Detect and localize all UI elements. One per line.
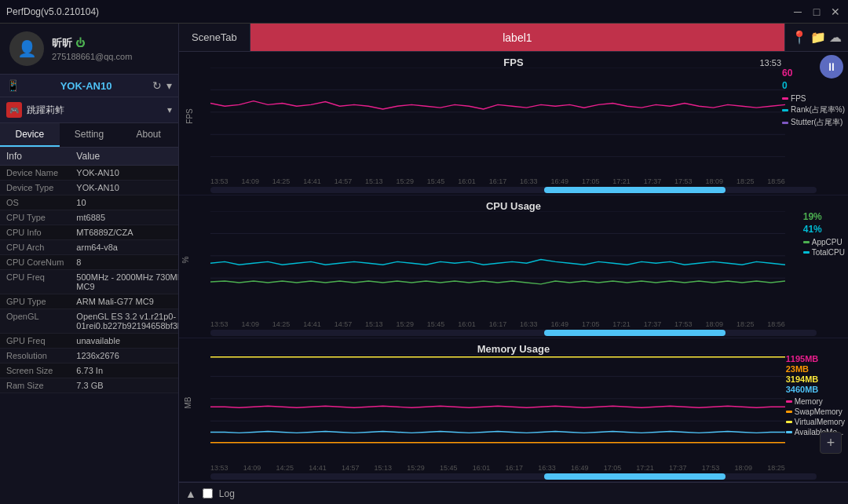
table-cell-value: 500MHz - 2000MHz 730MHz - 2600MHz MC9 xyxy=(70,270,178,294)
table-cell-info: Ram Size xyxy=(0,378,70,393)
memory-scrollbar[interactable] xyxy=(210,473,817,480)
game-name: 跳躍莉鲊 xyxy=(27,104,163,117)
cloud-icon[interactable]: ☁ xyxy=(829,30,842,45)
device-section[interactable]: 📱 YOK-AN10 ↻ ▾ xyxy=(0,75,178,97)
minimize-button[interactable]: ─ xyxy=(791,5,804,18)
table-cell-value: OpenGL ES 3.2 v1.r21p0-01rei0.b227b92194… xyxy=(70,309,178,334)
content-area: SceneTab label1 📍 📁 ☁ 13:53 ⏸ FPS FPS xyxy=(179,24,848,504)
cpu-scrollbar[interactable] xyxy=(210,330,817,336)
location-icon[interactable]: 📍 xyxy=(791,30,807,45)
table-row: Device NameYOK-AN10 xyxy=(0,166,178,181)
table-cell-info: CPU Type xyxy=(0,210,70,225)
cpu-chart-panel: CPU Usage % 100 75 50 25 0 xyxy=(179,195,848,339)
table-cell-value: 6.73 In xyxy=(70,363,178,378)
cpu-scrollbar-thumb[interactable] xyxy=(544,330,726,336)
log-checkbox[interactable] xyxy=(203,488,213,499)
username: 昕昕 ⏻ xyxy=(52,36,169,50)
refresh-icon[interactable]: ↻ xyxy=(152,79,162,92)
cpu-y-label: % xyxy=(181,256,190,263)
table-row: CPU CoreNum8 xyxy=(0,255,178,270)
content-icons: 📍 📁 ☁ xyxy=(784,24,848,51)
table-cell-value: 10 xyxy=(70,195,178,210)
sidebar-tabs: Device Setting About xyxy=(0,123,178,148)
table-cell-info: OpenGL xyxy=(0,309,70,334)
memory-chart-inner: MB 4,000 3,000 2,000 1,000 0 xyxy=(179,338,848,467)
table-cell-info: Screen Size xyxy=(0,363,70,378)
label-area: label1 xyxy=(250,24,784,51)
add-chart-button[interactable]: + xyxy=(820,432,842,454)
info-table: Info Value Device NameYOK-AN10Device Typ… xyxy=(0,148,178,504)
maximize-button[interactable]: □ xyxy=(810,5,823,18)
memory-scrollbar-thumb[interactable] xyxy=(544,473,726,480)
cpu-chart-title: CPU Usage xyxy=(486,200,541,212)
app-title: PerfDog(v5.0.210104) xyxy=(6,6,99,17)
fps-scrollbar-thumb[interactable] xyxy=(544,187,726,193)
table-cell-info: GPU Type xyxy=(0,294,70,309)
fps-chart-inner: FPS 100 75 50 25 0 xyxy=(179,52,848,181)
fps-legend-rank: Rank(占尾率%) xyxy=(782,104,845,115)
table-cell-info: CPU Arch xyxy=(0,240,70,255)
table-cell-value: 8 xyxy=(70,255,178,270)
titlebar: PerfDog(v5.0.210104) ─ □ ✕ xyxy=(0,0,848,24)
device-dropdown-icon[interactable]: ▾ xyxy=(166,79,172,92)
table-cell-info: CPU Info xyxy=(0,225,70,240)
tab-device[interactable]: Device xyxy=(0,123,60,147)
sidebar: 👤 昕昕 ⏻ 275188661@qq.com 📱 YOK-AN10 ↻ ▾ 🎮… xyxy=(0,24,179,504)
table-cell-value: mt6885 xyxy=(70,210,178,225)
log-label: Log xyxy=(219,488,235,499)
table-row: CPU Freq500MHz - 2000MHz 730MHz - 2600MH… xyxy=(0,270,178,294)
table-row: Device TypeYOK-AN10 xyxy=(0,181,178,195)
log-expand-button[interactable]: ▲ xyxy=(185,488,196,500)
table-cell-value: YOK-AN10 xyxy=(70,181,178,195)
fps-y-label: FPS xyxy=(185,108,194,123)
window-controls: ─ □ ✕ xyxy=(791,5,842,18)
power-icon: ⏻ xyxy=(75,38,85,49)
memory-legend: 1195MB 23MB 3194MB 3460MB Memory SwapMem… xyxy=(786,354,845,438)
game-dropdown-icon[interactable]: ▾ xyxy=(167,104,172,115)
table-cell-value: 7.3 GB xyxy=(70,378,178,393)
tab-about[interactable]: About xyxy=(119,123,178,147)
scene-tab-button[interactable]: SceneTab xyxy=(179,24,250,51)
folder-icon[interactable]: 📁 xyxy=(810,30,826,45)
table-cell-value: 1236x2676 xyxy=(70,349,178,363)
table-row: Screen Size6.73 In xyxy=(0,363,178,378)
user-section: 👤 昕昕 ⏻ 275188661@qq.com xyxy=(0,24,178,75)
fps-chart-title: FPS xyxy=(503,57,523,68)
tab-setting[interactable]: Setting xyxy=(60,123,119,147)
log-bar: ▲ Log xyxy=(179,482,848,504)
fps-legend-fps: FPS xyxy=(782,94,845,103)
game-section[interactable]: 🎮 跳躍莉鲊 ▾ xyxy=(0,97,178,123)
label-text: label1 xyxy=(503,31,532,44)
cpu-legend-app: AppCPU xyxy=(803,238,845,247)
table-cell-value: MT6889Z/CZA xyxy=(70,225,178,240)
close-button[interactable]: ✕ xyxy=(829,5,842,18)
col-info: Info xyxy=(0,148,70,166)
main-layout: 👤 昕昕 ⏻ 275188661@qq.com 📱 YOK-AN10 ↻ ▾ 🎮… xyxy=(0,24,848,504)
table-row: CPU Typemt6885 xyxy=(0,210,178,225)
memory-y-label: MB xyxy=(184,397,192,409)
avatar-icon: 👤 xyxy=(17,39,37,58)
fps-chart-svg: 100 75 50 25 0 xyxy=(210,68,785,157)
cpu-chart-svg: 100 75 50 25 0 xyxy=(210,211,785,301)
table-cell-info: Device Type xyxy=(0,181,70,195)
table-cell-info: Device Name xyxy=(0,166,70,181)
avatar: 👤 xyxy=(9,31,44,66)
table-row: OpenGLOpenGL ES 3.2 v1.r21p0-01rei0.b227… xyxy=(0,309,178,334)
cpu-legend: 19% 41% AppCPU TotalCPU xyxy=(803,211,845,258)
table-cell-info: CPU Freq xyxy=(0,270,70,294)
memory-chart-svg: 4,000 3,000 2,000 1,000 0 xyxy=(210,354,785,444)
table-cell-value: ARM Mali-G77 MC9 xyxy=(70,294,178,309)
table-row: CPU InfoMT6889Z/CZA xyxy=(0,225,178,240)
content-topbar: SceneTab label1 📍 📁 ☁ xyxy=(179,24,848,52)
game-icon: 🎮 xyxy=(6,102,22,118)
table-cell-info: GPU Freq xyxy=(0,334,70,349)
table-row: OS10 xyxy=(0,195,178,210)
memory-chart-title: Memory Usage xyxy=(477,343,550,355)
fps-scrollbar[interactable] xyxy=(210,187,817,193)
table-cell-info: OS xyxy=(0,195,70,210)
user-info: 昕昕 ⏻ 275188661@qq.com xyxy=(52,36,169,61)
memory-chart-panel: Memory Usage MB 4,000 3,000 2,000 1,000 … xyxy=(179,338,848,482)
table-cell-value: arm64-v8a xyxy=(70,240,178,255)
device-name-button[interactable]: YOK-AN10 xyxy=(24,80,148,92)
table-cell-info: CPU CoreNum xyxy=(0,255,70,270)
